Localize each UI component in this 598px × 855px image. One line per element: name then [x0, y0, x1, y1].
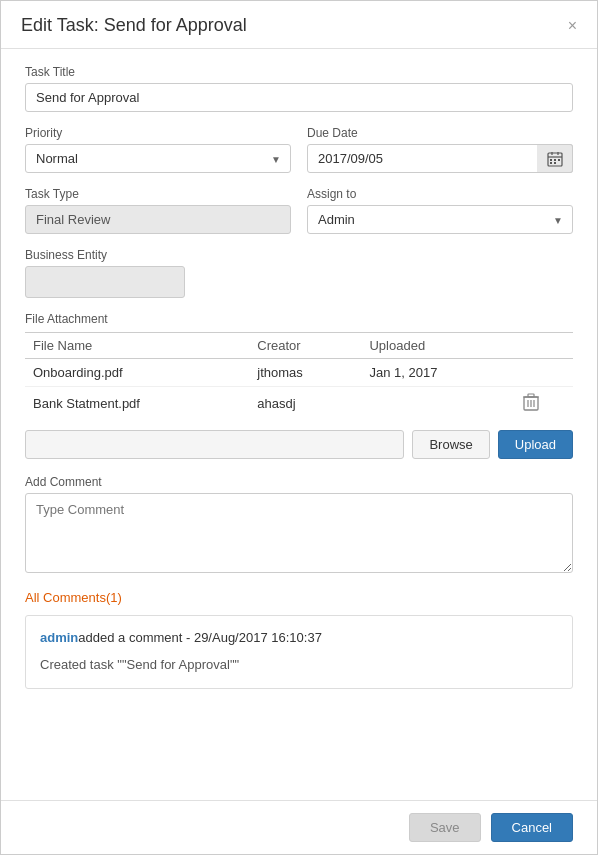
col-creator: Creator: [249, 333, 361, 359]
priority-col: Priority Low Normal High: [25, 126, 291, 173]
file-table-header-row: File Name Creator Uploaded: [25, 333, 573, 359]
assign-to-select[interactable]: Admin User1: [307, 205, 573, 234]
svg-rect-14: [528, 394, 534, 397]
action-cell: [515, 387, 573, 421]
dialog-title: Edit Task: Send for Approval: [21, 15, 247, 36]
comment-author: admin: [40, 630, 78, 645]
due-date-wrapper: [307, 144, 573, 173]
svg-rect-5: [554, 159, 556, 161]
col-actions: [515, 333, 573, 359]
priority-select-wrapper: Low Normal High: [25, 144, 291, 173]
priority-select[interactable]: Low Normal High: [25, 144, 291, 173]
save-button[interactable]: Save: [409, 813, 481, 842]
creator-cell: ahasdj: [249, 387, 361, 421]
cancel-button[interactable]: Cancel: [491, 813, 573, 842]
close-button[interactable]: ×: [568, 18, 577, 34]
comment-header: adminadded a comment - 29/Aug/2017 16:10…: [40, 628, 558, 649]
file-name-cell: Onboarding.pdf: [25, 359, 249, 387]
comment-meta: added a comment - 29/Aug/2017 16:10:37: [78, 630, 322, 645]
comment-textarea[interactable]: [25, 493, 573, 573]
file-table-header: File Name Creator Uploaded: [25, 333, 573, 359]
file-attachment-label: File Attachment: [25, 312, 573, 326]
all-comments-group: All Comments(1) adminadded a comment - 2…: [25, 590, 573, 689]
assign-to-label: Assign to: [307, 187, 573, 201]
due-date-input[interactable]: [307, 144, 573, 173]
file-table-body: Onboarding.pdf jthomas Jan 1, 2017 Bank …: [25, 359, 573, 421]
dialog-body: Task Title Priority Low Normal High Due …: [1, 49, 597, 800]
svg-rect-4: [550, 159, 552, 161]
comment-block: adminadded a comment - 29/Aug/2017 16:10…: [25, 615, 573, 689]
col-uploaded: Uploaded: [361, 333, 514, 359]
uploaded-cell: [361, 387, 514, 421]
assign-to-select-wrapper: Admin User1: [307, 205, 573, 234]
business-entity-field: [25, 266, 185, 298]
file-name-cell: Bank Statment.pdf: [25, 387, 249, 421]
edit-task-dialog: Edit Task: Send for Approval × Task Titl…: [0, 0, 598, 855]
assign-to-col: Assign to Admin User1: [307, 187, 573, 234]
browse-button[interactable]: Browse: [412, 430, 489, 459]
delete-file-icon[interactable]: [523, 397, 539, 414]
task-title-label: Task Title: [25, 65, 573, 79]
creator-cell: jthomas: [249, 359, 361, 387]
add-comment-label: Add Comment: [25, 475, 573, 489]
action-cell: [515, 359, 573, 387]
task-type-col: Task Type Final Review: [25, 187, 291, 234]
file-upload-input[interactable]: [25, 430, 404, 459]
table-row: Bank Statment.pdf ahasdj: [25, 387, 573, 421]
table-row: Onboarding.pdf jthomas Jan 1, 2017: [25, 359, 573, 387]
svg-rect-8: [554, 162, 556, 164]
business-entity-label: Business Entity: [25, 248, 573, 262]
tasktype-assignto-row: Task Type Final Review Assign to Admin U…: [25, 187, 573, 234]
svg-rect-7: [550, 162, 552, 164]
calendar-icon[interactable]: [537, 144, 573, 173]
all-comments-label: All Comments(1): [25, 590, 573, 605]
file-upload-row: Browse Upload: [25, 430, 573, 459]
dialog-footer: Save Cancel: [1, 800, 597, 854]
add-comment-group: Add Comment: [25, 475, 573, 576]
svg-rect-6: [558, 159, 560, 161]
uploaded-cell: Jan 1, 2017: [361, 359, 514, 387]
comment-text: Created task ""Send for Approval"": [40, 655, 558, 676]
task-type-field: Final Review: [25, 205, 291, 234]
dialog-header: Edit Task: Send for Approval ×: [1, 1, 597, 49]
business-entity-group: Business Entity: [25, 248, 573, 298]
priority-label: Priority: [25, 126, 291, 140]
due-date-col: Due Date: [307, 126, 573, 173]
task-type-label: Task Type: [25, 187, 291, 201]
task-title-input[interactable]: [25, 83, 573, 112]
priority-duedate-row: Priority Low Normal High Due Date: [25, 126, 573, 173]
file-attachment-table: File Name Creator Uploaded Onboarding.pd…: [25, 332, 573, 420]
task-title-group: Task Title: [25, 65, 573, 112]
due-date-label: Due Date: [307, 126, 573, 140]
upload-button[interactable]: Upload: [498, 430, 573, 459]
file-attachment-group: File Attachment File Name Creator Upload…: [25, 312, 573, 459]
col-filename: File Name: [25, 333, 249, 359]
